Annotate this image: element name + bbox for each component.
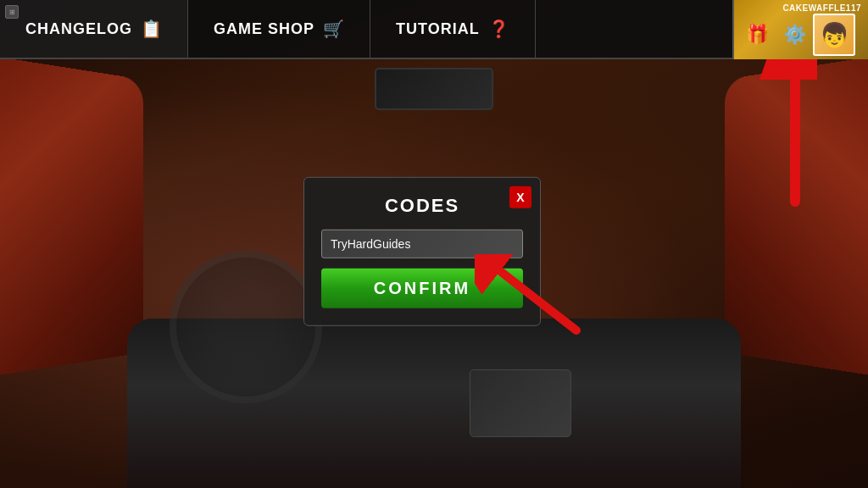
user-panel: CAKEWAFFLE117 🎁 ⚙️ 👦 xyxy=(732,0,868,59)
tutorial-label: TUTORIAL xyxy=(396,20,480,38)
rearview-mirror xyxy=(375,68,493,110)
changelog-icon: 📋 xyxy=(141,19,162,39)
gameshop-nav-item[interactable]: GAME SHOP 🛒 xyxy=(188,0,370,58)
confirm-button[interactable]: CONFIRM xyxy=(321,269,523,308)
car-seat-right xyxy=(725,53,868,378)
codes-modal: X CODES CONFIRM xyxy=(303,177,541,326)
changelog-label: CHANGELOG xyxy=(25,20,132,38)
code-input[interactable] xyxy=(321,230,523,258)
changelog-nav-item[interactable]: CHANGELOG 📋 xyxy=(0,0,188,58)
gift-icon: 🎁 xyxy=(746,24,769,46)
username-label: CAKEWAFFLE117 xyxy=(782,3,861,13)
steering-wheel xyxy=(170,251,322,403)
avatar-icon: 👦 xyxy=(820,21,849,49)
car-seat-left xyxy=(0,53,143,378)
gift-button[interactable]: 🎁 xyxy=(738,16,776,53)
modal-title: CODES xyxy=(321,195,523,217)
corner-icon: ⊞ xyxy=(5,5,19,19)
dashboard-detail xyxy=(470,369,571,437)
close-button[interactable]: X xyxy=(509,186,531,208)
settings-button[interactable]: ⚙️ xyxy=(776,16,813,53)
tutorial-nav-item[interactable]: TUTORIAL ❓ xyxy=(370,0,536,58)
gameshop-label: GAME SHOP xyxy=(214,20,314,38)
cart-icon: 🛒 xyxy=(323,19,344,39)
avatar[interactable]: 👦 xyxy=(813,14,855,56)
help-icon: ❓ xyxy=(488,19,509,39)
settings-icon: ⚙️ xyxy=(783,24,806,46)
